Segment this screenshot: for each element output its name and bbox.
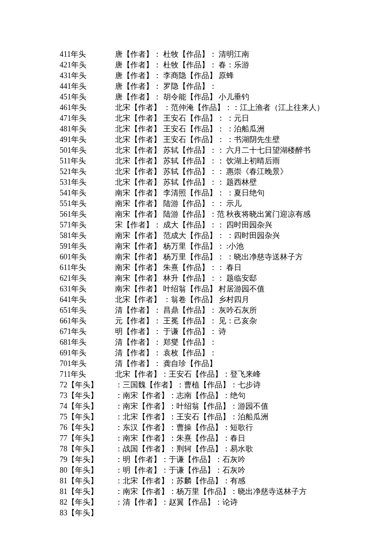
list-row: 74【年头】：南宋【作者】：叶绍翁【作品】：游园不值 xyxy=(60,401,366,412)
row-content: 清【作者】： 袁枚【作品】： xyxy=(115,348,366,358)
row-content: 南宋【作者】 杨万里【作品】： :小池 xyxy=(115,241,366,252)
row-content: 南宋【作者】 朱熹【作品】：： 春日 xyxy=(115,262,366,273)
list-row: 75【年头】：北宋【作者】：王安石【作品】：泊船瓜洲 xyxy=(60,412,366,422)
row-content: 清【作者】： 郑燮【作品】： xyxy=(115,337,366,348)
list-row: 80【年头】：明【作者】：于谦【作品】：石灰吟 xyxy=(60,465,366,476)
list-row: 661年头元【作者】： 王冕【作品】： 见：己亥杂 xyxy=(60,316,366,326)
row-index-label: 491年头 xyxy=(60,134,115,145)
row-content: 北宋【作者】：王安石【作品】：登飞来峰 xyxy=(115,369,366,380)
row-index-label: 83【年头】 xyxy=(60,508,115,518)
list-row: 491年头北宋【作者】 王安石【作品】： ：书湖阴先生壁 xyxy=(60,134,366,145)
list-row: 681年头清【作者】： 郑燮【作品】： xyxy=(60,337,366,348)
row-index-label: 461年头 xyxy=(60,102,115,113)
row-content: 南宋【作者】 陆游【作品】：范 秋夜将晓出篱门迎凉有感 xyxy=(115,209,366,220)
list-row: 541年头南宋【作者】 李清照【作品】： ：夏日绝句 xyxy=(60,188,366,198)
list-row: 79【年头】：明【作者】：于谦【作品】：石灰吟 xyxy=(60,454,366,465)
row-content: 北宋【作者】 ：翁卷【作品】 乡村四月 xyxy=(115,294,366,305)
row-content: ：南宋【作者】：朱熹【作品】：春日 xyxy=(115,433,366,444)
row-content: 北宋【作者】 ：范仲淹【作品】：：江上渔者（江上往来人） xyxy=(115,102,366,113)
row-content: 清【作者】： 龚自珍【作品】 xyxy=(115,358,366,369)
list-row: 78【年头】：战国【作者】：荆轲【作品】：易水歌 xyxy=(60,444,366,454)
row-content: 北宋【作者】 王安石【作品】： ：书湖阴先生壁 xyxy=(115,134,366,145)
row-content: ：明【作者】：于谦【作品】：石灰吟 xyxy=(115,465,366,476)
row-content: ：北宋【作者】：王安石【作品】：泊船瓜洲 xyxy=(115,412,366,422)
row-index-label: 75【年头】 xyxy=(60,412,115,422)
row-index-label: 81【年头】 xyxy=(60,486,115,497)
row-index-label: 82【年头】 xyxy=(60,497,115,508)
row-content: 北宋【作者】 苏轼【作品】：： 六月二十七日望湖楼醉书 xyxy=(115,145,366,156)
list-row: 81【年头】：北宋【作者】：苏麟【作品】：有感 xyxy=(60,476,366,486)
list-row: 511年头北宋【作者】 苏轼【作品】：： 饮湖上初晴后雨 xyxy=(60,156,366,166)
row-index-label: 511年头 xyxy=(60,156,115,166)
list-row: 73【年头】：南宋【作者】：志南【作品】：绝句 xyxy=(60,390,366,401)
list-row: 431年头唐【作者】： 李商隐【作品】 原蜂 xyxy=(60,70,366,81)
row-content: ：明【作者】：于谦【作品】：石灰吟 xyxy=(115,454,366,465)
row-index-label: 451年头 xyxy=(60,92,115,102)
row-content: 唐【作者】： 杜牧【作品】： 春：乐游 xyxy=(115,60,366,70)
row-content: 北宋【作者】 苏轼【作品】：： 饮湖上初晴后雨 xyxy=(115,156,366,166)
list-row: 421年头唐【作者】： 杜牧【作品】： 春：乐游 xyxy=(60,60,366,70)
list-row: 82【年头】：清【作者】：赵翼【作品】：论诗 xyxy=(60,497,366,508)
row-content: ：南宋【作者】：叶绍翁【作品】：游园不值 xyxy=(115,401,366,412)
row-index-label: 551年头 xyxy=(60,198,115,209)
row-index-label: 421年头 xyxy=(60,60,115,70)
row-content: 唐【作者】： 胡令能【作品】 小儿垂钓 xyxy=(115,92,366,102)
row-content: 北宋【作者】 苏轼【作品】：： 题西林壁 xyxy=(115,177,366,188)
document-page: 411年头唐【作者】： 杜牧【作品】： 清明江南421年头唐【作者】： 杜牧【作… xyxy=(0,0,392,544)
row-index-label: 531年头 xyxy=(60,177,115,188)
list-row: 611年头南宋【作者】 朱熹【作品】：： 春日 xyxy=(60,262,366,273)
list-row: 601年头南宋【作者】 杨万里【作品】： ：晓出净慈寺送林子方 xyxy=(60,252,366,262)
row-index-label: 411年头 xyxy=(60,49,115,60)
row-content: 明【作者】： 于谦【作品】： 诗 xyxy=(115,326,366,337)
row-content: 北宋【作者】 王安石【作品】： ：元日 xyxy=(115,113,366,124)
row-content: ：战国【作者】：荆轲【作品】：易水歌 xyxy=(115,444,366,454)
list-row: 83【年头】 xyxy=(60,508,366,518)
list-row: 691年头清【作者】： 袁枚【作品】： xyxy=(60,348,366,358)
row-index-label: 78【年头】 xyxy=(60,444,115,454)
list-row: 561年头南宋【作者】 陆游【作品】：范 秋夜将晓出篱门迎凉有感 xyxy=(60,209,366,220)
row-index-label: 701年头 xyxy=(60,358,115,369)
list-row: 531年头北宋【作者】 苏轼【作品】：： 题西林壁 xyxy=(60,177,366,188)
row-content: 南宋【作者】 杨万里【作品】： ：晓出净慈寺送林子方 xyxy=(115,252,366,262)
row-content: 南宋【作者】 叶绍翁【作品】 村居游园不值 xyxy=(115,284,366,294)
row-index-label: 80【年头】 xyxy=(60,465,115,476)
list-row: 621年头南宋【作者】 林升【作品】：： 题临安邸 xyxy=(60,273,366,284)
list-row: 471年头北宋【作者】 王安石【作品】： ：元日 xyxy=(60,113,366,124)
row-content: ：三国魏【作者】：曹植【作品】：七步诗 xyxy=(115,380,366,390)
row-index-label: 691年头 xyxy=(60,348,115,358)
list-row: 711年头 北宋【作者】：王安石【作品】：登飞来峰 xyxy=(60,369,366,380)
list-row: 501年头北宋【作者】 苏轼【作品】：： 六月二十七日望湖楼醉书 xyxy=(60,145,366,156)
list-row: 631年头南宋【作者】 叶绍翁【作品】 村居游园不值 xyxy=(60,284,366,294)
row-content: 北宋【作者】 苏轼【作品】：： 惠崇《春江晚景》 xyxy=(115,166,366,177)
row-content: ：东汉【作者】：曹操【作品】：短歌行 xyxy=(115,422,366,433)
row-content: 南宋【作者】 陆游【作品】：： 示儿 xyxy=(115,198,366,209)
row-index-label: 501年头 xyxy=(60,145,115,156)
row-index-label: 671年头 xyxy=(60,326,115,337)
row-index-label: 631年头 xyxy=(60,284,115,294)
row-content: ：南宋【作者】：志南【作品】：绝句 xyxy=(115,390,366,401)
list-row: 591年头南宋【作者】 杨万里【作品】： :小池 xyxy=(60,241,366,252)
list-row: 651年头清【作者】： 昌鼎【作品】： 灰吟石灰所 xyxy=(60,305,366,316)
row-index-label: 661年头 xyxy=(60,316,115,326)
row-index-label: 81【年头】 xyxy=(60,476,115,486)
list-row: 581年头南宋【作者】 范成大【作品】： ：四时田园杂兴 xyxy=(60,230,366,241)
list-row: 461年头北宋【作者】 ：范仲淹【作品】：：江上渔者（江上往来人） xyxy=(60,102,366,113)
row-index-label: 431年头 xyxy=(60,70,115,81)
list-row: 451年头唐【作者】： 胡令能【作品】 小儿垂钓 xyxy=(60,92,366,102)
row-index-label: 73【年头】 xyxy=(60,390,115,401)
row-index-label: 581年头 xyxy=(60,230,115,241)
row-index-label: 72【年头】 xyxy=(60,380,115,390)
row-index-label: 521年头 xyxy=(60,166,115,177)
row-index-label: 681年头 xyxy=(60,337,115,348)
row-content: ：北宋【作者】：苏麟【作品】：有感 xyxy=(115,476,366,486)
row-content: 南宋【作者】 李清照【作品】： ：夏日绝句 xyxy=(115,188,366,198)
row-content: 元【作者】： 王冕【作品】： 见：己亥杂 xyxy=(115,316,366,326)
row-index-label: 621年头 xyxy=(60,273,115,284)
row-content: 唐【作者】： 罗隐【作品】： xyxy=(115,81,366,92)
row-index-label: 561年头 xyxy=(60,209,115,220)
row-content: 唐【作者】： 杜牧【作品】： 清明江南 xyxy=(115,49,366,60)
row-content: 南宋【作者】 林升【作品】：： 题临安邸 xyxy=(115,273,366,284)
list-row: 701年头清【作者】： 龚自珍【作品】 xyxy=(60,358,366,369)
list-row: 551年头南宋【作者】 陆游【作品】：： 示儿 xyxy=(60,198,366,209)
list-row: 521年头北宋【作者】 苏轼【作品】：： 惠崇《春江晚景》 xyxy=(60,166,366,177)
